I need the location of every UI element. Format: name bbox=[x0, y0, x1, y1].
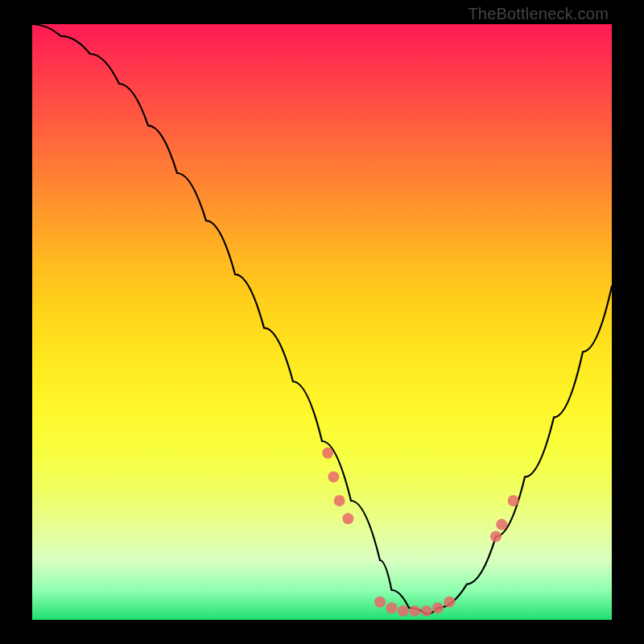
chart-svg bbox=[32, 24, 612, 620]
data-point bbox=[444, 597, 455, 608]
data-point bbox=[386, 602, 397, 613]
data-point bbox=[508, 495, 519, 506]
data-point bbox=[342, 513, 353, 524]
data-point bbox=[374, 597, 386, 608]
data-point bbox=[432, 602, 444, 613]
data-point bbox=[496, 519, 507, 530]
plot-area bbox=[32, 24, 612, 620]
data-point bbox=[398, 605, 409, 617]
data-point bbox=[328, 471, 339, 482]
data-point bbox=[409, 605, 420, 617]
data-point bbox=[322, 448, 333, 459]
watermark-text: TheBottleneck.com bbox=[468, 5, 609, 23]
bottleneck-curve bbox=[32, 24, 612, 614]
highlighted-dots bbox=[322, 448, 518, 617]
data-point bbox=[490, 530, 502, 542]
data-point bbox=[421, 605, 432, 617]
chart-frame: TheBottleneck.com bbox=[0, 0, 644, 644]
data-point bbox=[334, 495, 345, 506]
